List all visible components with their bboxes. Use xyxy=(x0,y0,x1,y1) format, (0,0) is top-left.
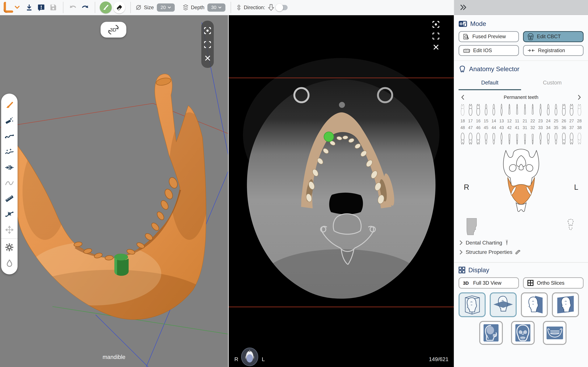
tooth-number-34[interactable]: 34 xyxy=(544,125,552,131)
tooth-icon-27[interactable] xyxy=(568,102,575,117)
tooth-number-28[interactable]: 28 xyxy=(576,118,583,124)
spline-edit-tool[interactable] xyxy=(1,207,17,222)
tooth-icon-36[interactable] xyxy=(560,131,568,146)
tooth-number-48[interactable]: 48 xyxy=(459,125,466,131)
focus-view-icon[interactable] xyxy=(204,27,211,34)
mesh-3d-viewport[interactable]: 3D mandible xyxy=(0,15,228,367)
view-axial-slice-button[interactable] xyxy=(490,292,517,317)
tooth-number-16[interactable]: 16 xyxy=(474,118,482,124)
collapse-panel-icon[interactable] xyxy=(459,4,467,11)
tooth-icon-11[interactable] xyxy=(513,102,521,117)
structure-properties-expander[interactable]: Structure Properties xyxy=(459,249,583,258)
implant-cylinder[interactable] xyxy=(114,254,129,276)
tooth-icon-12[interactable] xyxy=(505,102,513,117)
tooth-number-11[interactable]: 11 xyxy=(513,118,521,124)
opacity-tool[interactable] xyxy=(1,255,17,271)
move-tool[interactable] xyxy=(1,222,17,238)
brush-tool[interactable] xyxy=(1,97,17,113)
tooth-number-23[interactable]: 23 xyxy=(537,118,544,124)
tooth-icon-23[interactable] xyxy=(537,102,544,117)
tooth-icon-48[interactable] xyxy=(459,131,466,146)
tooth-icon-15[interactable] xyxy=(482,102,490,117)
tooth-number-26[interactable]: 26 xyxy=(560,118,568,124)
curve-tool[interactable] xyxy=(1,175,17,191)
eraser-tool-button[interactable] xyxy=(113,1,125,13)
tooth-icon-46[interactable] xyxy=(474,131,482,146)
magic-wand-tool[interactable] xyxy=(1,113,17,129)
smart-contour-tool[interactable] xyxy=(1,144,17,160)
tooth-number-37[interactable]: 37 xyxy=(568,125,575,131)
tooth-number-21[interactable]: 21 xyxy=(521,118,529,124)
depth-dropdown[interactable]: 30 xyxy=(207,3,226,12)
fullscreen-icon[interactable] xyxy=(432,32,440,40)
view-pa-ceph-button[interactable] xyxy=(511,321,535,345)
tooth-icon-37[interactable] xyxy=(568,131,575,146)
tooth-icon-32[interactable] xyxy=(529,131,537,146)
tooth-number-41[interactable]: 41 xyxy=(513,125,521,131)
dental-charting-expander[interactable]: Dental Charting xyxy=(459,237,583,249)
tooth-icon-26[interactable] xyxy=(560,102,568,117)
view-coronal-slice-button[interactable] xyxy=(552,292,579,317)
rotate-3d-button[interactable]: 3D xyxy=(101,22,126,38)
tooth-number-32[interactable]: 32 xyxy=(529,125,537,131)
prev-group-button[interactable] xyxy=(459,93,467,101)
tooth-icon-43[interactable] xyxy=(498,131,505,146)
tooth-icon-41[interactable] xyxy=(513,131,521,146)
tooth-icon-35[interactable] xyxy=(552,131,560,146)
tooth-number-36[interactable]: 36 xyxy=(560,125,568,131)
view-sagittal-slice-button[interactable] xyxy=(521,292,548,317)
tooth-icon-24[interactable] xyxy=(544,102,552,117)
tooth-icon-38[interactable] xyxy=(576,131,583,146)
tooth-number-31[interactable]: 31 xyxy=(521,125,529,131)
tooth-number-17[interactable]: 17 xyxy=(467,118,474,124)
tooth-number-46[interactable]: 46 xyxy=(474,125,482,131)
undo-button[interactable] xyxy=(68,3,78,12)
tooth-icon-47[interactable] xyxy=(467,131,474,146)
tooth-icon-42[interactable] xyxy=(505,131,513,146)
brush-tool-button[interactable] xyxy=(100,1,112,13)
orientation-widget[interactable] xyxy=(241,348,259,366)
tooth-number-47[interactable]: 47 xyxy=(467,125,474,131)
tooth-number-15[interactable]: 15 xyxy=(482,118,490,124)
export-button[interactable] xyxy=(25,3,34,12)
ortho-slices-button[interactable]: Ortho Slices xyxy=(523,277,583,289)
tooth-icon-44[interactable] xyxy=(490,131,498,146)
tooth-icon-34[interactable] xyxy=(544,131,552,146)
ct-axial-viewport[interactable]: R L 149/621 xyxy=(229,15,454,367)
fullscreen-icon[interactable] xyxy=(204,41,211,48)
fused-preview-button[interactable]: Fused Preview xyxy=(459,31,519,42)
tooth-icon-16[interactable] xyxy=(474,102,482,117)
tooth-icon-45[interactable] xyxy=(482,131,490,146)
close-view-icon[interactable] xyxy=(433,44,439,50)
tooth-number-14[interactable]: 14 xyxy=(490,118,498,124)
edit-cbct-button[interactable]: Edit CBCT xyxy=(523,31,583,42)
settings-tool[interactable] xyxy=(1,239,17,255)
view-3d-volume-button[interactable] xyxy=(459,292,486,317)
tooth-icon-21[interactable] xyxy=(521,102,529,117)
tooth-ghost-icon[interactable] xyxy=(566,218,575,231)
snap-align-tool[interactable] xyxy=(1,160,17,175)
tooth-icon-28[interactable] xyxy=(576,102,583,117)
direction-toggle[interactable] xyxy=(277,5,288,10)
measure-tool[interactable] xyxy=(1,191,17,207)
tooth-icon-31[interactable] xyxy=(521,131,529,146)
tooth-number-13[interactable]: 13 xyxy=(498,118,505,124)
tooth-number-45[interactable]: 45 xyxy=(482,125,490,131)
tooth-icon-17[interactable] xyxy=(467,102,474,117)
tooth-icon-18[interactable] xyxy=(459,102,466,117)
next-group-button[interactable] xyxy=(575,93,583,101)
tooth-number-42[interactable]: 42 xyxy=(505,125,513,131)
size-dropdown[interactable]: 20 xyxy=(157,3,175,12)
app-logo[interactable] xyxy=(1,3,22,12)
registration-button[interactable]: Registration xyxy=(523,45,583,56)
tooth-icon-14[interactable] xyxy=(490,102,498,117)
save-button[interactable] xyxy=(48,3,58,12)
edit-ios-button[interactable]: Edit IOS xyxy=(459,45,519,56)
tooth-number-33[interactable]: 33 xyxy=(537,125,544,131)
feedback-button[interactable] xyxy=(36,3,46,12)
tooth-number-27[interactable]: 27 xyxy=(568,118,575,124)
contour-line-tool[interactable] xyxy=(1,129,17,144)
view-lateral-ceph-button[interactable] xyxy=(479,321,503,345)
tooth-icon-13[interactable] xyxy=(498,102,505,117)
tooth-number-43[interactable]: 43 xyxy=(498,125,505,131)
